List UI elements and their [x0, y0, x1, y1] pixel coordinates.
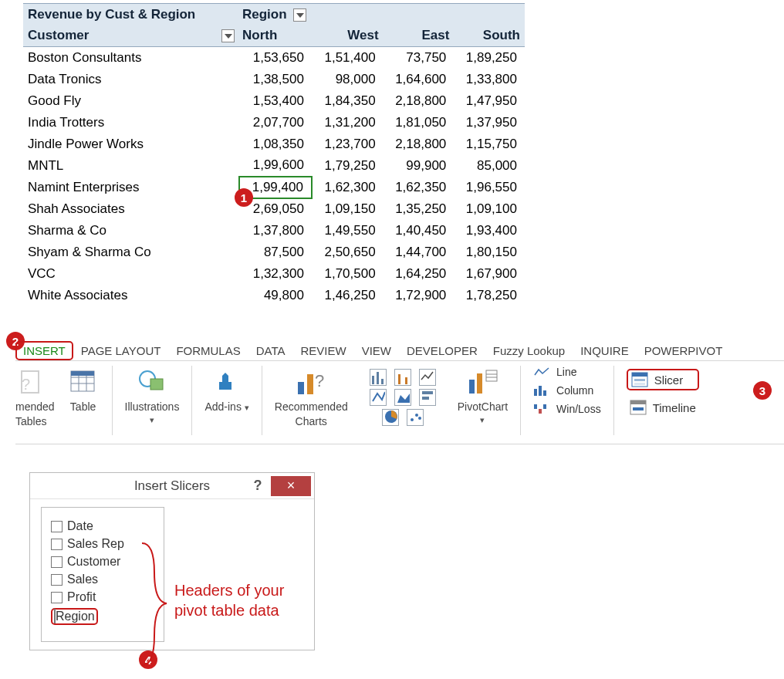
value-cell[interactable]: 1,84,350	[312, 90, 384, 112]
hbar-chart-icon[interactable]	[419, 389, 436, 406]
value-cell[interactable]: 1,46,250	[312, 285, 384, 306]
tab-powerpivot[interactable]: POWERPIVOT	[637, 341, 731, 360]
sparkline-line[interactable]: Line	[533, 366, 601, 378]
value-cell[interactable]: 1,35,250	[384, 198, 455, 220]
customer-cell[interactable]: Boston Consultants	[23, 47, 239, 69]
customer-cell[interactable]: White Associates	[23, 285, 239, 306]
charts-gallery[interactable]	[360, 366, 445, 426]
customer-cell[interactable]: Sharma & Co	[23, 220, 239, 242]
table-row[interactable]: Shyam & Sharma Co87,5002,50,6501,44,7001…	[23, 242, 525, 263]
table-row[interactable]: Namint Enterprises1,99,4001,62,3001,62,3…	[23, 177, 525, 198]
checkbox[interactable]	[51, 556, 63, 568]
value-cell[interactable]: 73,750	[384, 47, 455, 69]
value-cell[interactable]: 1,37,950	[454, 112, 525, 133]
table-row[interactable]: India Trotters2,07,7001,31,2001,81,0501,…	[23, 112, 525, 133]
value-cell[interactable]: 1,53,650	[239, 47, 312, 69]
group-recommended-charts[interactable]: ? Recommended Charts	[275, 366, 348, 427]
checkbox[interactable]	[51, 521, 63, 532]
value-cell[interactable]: 1,51,400	[312, 47, 384, 69]
value-cell[interactable]: 1,09,150	[312, 198, 384, 220]
value-cell[interactable]: 1,31,200	[312, 112, 384, 133]
customer-cell[interactable]: Namint Enterprises	[23, 177, 239, 198]
checkbox[interactable]	[51, 539, 63, 550]
help-icon[interactable]: ?	[245, 478, 271, 494]
value-cell[interactable]: 1,70,500	[312, 263, 384, 285]
area-chart-icon[interactable]	[394, 389, 411, 406]
tab-view[interactable]: VIEW	[354, 341, 399, 360]
value-cell[interactable]: 85,000	[454, 155, 525, 177]
table-row[interactable]: Boston Consultants1,53,6501,51,40073,750…	[23, 47, 525, 69]
tab-page-layout[interactable]: PAGE LAYOUT	[73, 341, 169, 360]
value-cell[interactable]: 1,32,300	[239, 263, 312, 285]
pivot-table[interactable]: Revenue by Cust & Region Region Customer…	[23, 3, 525, 306]
customer-cell[interactable]: Good Fly	[23, 90, 239, 112]
group-addins[interactable]: Add-ins ▾	[204, 366, 248, 413]
sparkline-column[interactable]: Column	[533, 384, 601, 397]
value-cell[interactable]: 1,09,100	[454, 198, 525, 220]
value-cell[interactable]: 87,500	[239, 242, 312, 263]
value-cell[interactable]: 1,15,750	[454, 133, 525, 155]
value-cell[interactable]: 49,800	[239, 285, 312, 306]
value-cell[interactable]: 1,67,900	[454, 263, 525, 285]
group-table[interactable]: Table	[67, 366, 100, 413]
tab-insert[interactable]: INSERT	[15, 341, 73, 360]
value-cell[interactable]: 1,99,600	[239, 155, 312, 177]
value-cell[interactable]: 1,33,800	[454, 69, 525, 90]
table-row[interactable]: White Associates49,8001,46,2501,72,9001,…	[23, 285, 525, 306]
value-cell[interactable]: 1,96,550	[454, 177, 525, 198]
pie-chart-icon[interactable]	[382, 409, 399, 426]
tab-fuzzy-lookup[interactable]: Fuzzy Lookup	[485, 341, 573, 360]
tab-review[interactable]: REVIEW	[293, 341, 354, 360]
value-cell[interactable]: 1,40,450	[384, 220, 455, 242]
value-cell[interactable]: 1,62,300	[312, 177, 384, 198]
table-row[interactable]: VCC1,32,3001,70,5001,64,2501,67,900	[23, 263, 525, 285]
region-filter-dropdown[interactable]	[293, 8, 306, 22]
value-cell[interactable]: 99,900	[384, 155, 455, 177]
tab-data[interactable]: DATA	[248, 341, 293, 360]
value-cell[interactable]: 1,78,250	[454, 285, 525, 306]
tab-formulas[interactable]: FORMULAS	[168, 341, 248, 360]
value-cell[interactable]: 1,64,250	[384, 263, 455, 285]
value-cell[interactable]: 1,49,550	[312, 220, 384, 242]
value-cell[interactable]: 1,44,700	[384, 242, 455, 263]
table-row[interactable]: Jindle Power Works1,08,3501,23,7002,18,8…	[23, 133, 525, 155]
checkbox[interactable]	[51, 574, 63, 586]
value-cell[interactable]: 1,08,350	[239, 133, 312, 155]
value-cell[interactable]: 2,07,700	[239, 112, 312, 133]
table-row[interactable]: Data Tronics1,38,50098,0001,64,6001,33,8…	[23, 69, 525, 90]
value-cell[interactable]: 1,47,950	[454, 90, 525, 112]
value-cell[interactable]: 98,000	[312, 69, 384, 90]
value-cell[interactable]: 2,18,800	[384, 133, 455, 155]
value-cell[interactable]: 1,38,500	[239, 69, 312, 90]
col-chart-icon[interactable]	[394, 369, 411, 386]
checkbox[interactable]	[51, 592, 63, 603]
close-icon[interactable]: ×	[271, 476, 311, 496]
value-cell[interactable]: 1,93,400	[454, 220, 525, 242]
customer-cell[interactable]: Data Tronics	[23, 69, 239, 90]
table-row[interactable]: Good Fly1,53,4001,84,3502,18,8001,47,950	[23, 90, 525, 112]
group-illustrations[interactable]: Illustrations ▾	[125, 366, 180, 425]
customer-cell[interactable]: Shah Associates	[23, 198, 239, 220]
customer-cell[interactable]: Jindle Power Works	[23, 133, 239, 155]
table-row[interactable]: MNTL1,99,6001,79,25099,90085,000	[23, 155, 525, 177]
value-cell[interactable]: 2,50,650	[312, 242, 384, 263]
bar-chart-icon[interactable]	[370, 369, 387, 386]
value-cell[interactable]: 1,79,250	[312, 155, 384, 177]
value-cell[interactable]: 1,80,150	[454, 242, 525, 263]
customer-cell[interactable]: India Trotters	[23, 112, 239, 133]
value-cell[interactable]: 1,64,600	[384, 69, 455, 90]
line-chart-icon[interactable]	[370, 389, 387, 406]
scatter-chart-icon[interactable]	[407, 409, 424, 426]
value-cell[interactable]: 1,37,800	[239, 220, 312, 242]
value-cell[interactable]: 1,72,900	[384, 285, 455, 306]
value-cell[interactable]: 1,53,400	[239, 90, 312, 112]
value-cell[interactable]: 1,62,350	[384, 177, 455, 198]
slicer-field-date[interactable]: Date	[51, 519, 154, 533]
customer-cell[interactable]: MNTL	[23, 155, 239, 177]
customer-cell[interactable]: Shyam & Sharma Co	[23, 242, 239, 263]
slicer-button[interactable]: Slicer	[627, 369, 699, 390]
customer-cell[interactable]: VCC	[23, 263, 239, 285]
timeline-button[interactable]: Timeline	[627, 398, 699, 417]
tab-developer[interactable]: DEVELOPER	[399, 341, 485, 360]
table-row[interactable]: Shah Associates2,69,0501,09,1501,35,2501…	[23, 198, 525, 220]
